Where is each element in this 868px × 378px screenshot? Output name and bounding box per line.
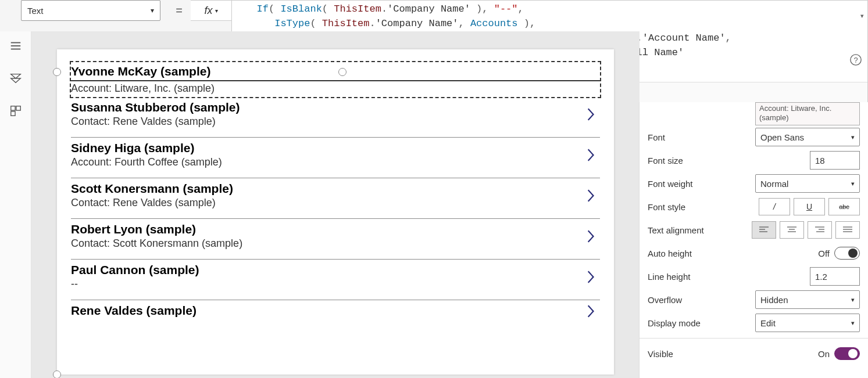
prop-row-displaymode: Display mode Edit▾: [648, 311, 860, 334]
visible-toggle[interactable]: [834, 347, 860, 360]
chevron-down-icon: ▾: [851, 319, 855, 327]
item-subtitle: Account: Litware, Inc. (sample): [71, 82, 600, 95]
prop-label: Overflow: [648, 295, 682, 305]
prop-label: Font weight: [648, 179, 693, 189]
tree-icon[interactable]: [9, 72, 22, 85]
align-right-button[interactable]: [808, 221, 832, 239]
item-subtitle: Account: Fourth Coffee (sample): [71, 156, 600, 168]
gallery-item[interactable]: Paul Cannon (sample)--: [57, 260, 614, 296]
gallery-item[interactable]: Sidney Higa (sample)Account: Fourth Coff…: [57, 138, 614, 174]
overflow-value: Hidden: [760, 295, 788, 305]
chevron-down-icon: ▾: [851, 180, 855, 188]
item-title: Paul Cannon (sample): [71, 263, 600, 277]
prop-row-align: Text alignment: [648, 218, 860, 242]
chevron-right-icon[interactable]: [586, 268, 596, 286]
chevron-right-icon[interactable]: [586, 146, 596, 164]
chevron-down-icon: ▾: [851, 134, 855, 141]
prop-label: Line height: [648, 272, 690, 282]
align-center-button[interactable]: [780, 221, 804, 239]
prop-row-text: Text Account: Litware, Inc. (sample): [648, 102, 860, 125]
properties-panel: Text Account: Litware, Inc. (sample) Fon…: [639, 102, 868, 378]
app-canvas[interactable]: Yvonne McKay (sample)Account: Litware, I…: [57, 49, 614, 375]
gallery-item[interactable]: Scott Konersmann (sample)Contact: Rene V…: [57, 178, 614, 215]
font-dropdown[interactable]: Open Sans▾: [755, 128, 860, 146]
chevron-down-icon[interactable]: ▾: [860, 12, 864, 20]
gallery-item[interactable]: Susanna Stubberod (sample)Contact: Rene …: [57, 97, 614, 134]
chevron-right-icon[interactable]: [586, 106, 596, 123]
prop-row-fontweight: Font weight Normal▾: [648, 172, 860, 195]
prop-label: Text alignment: [648, 225, 704, 235]
fx-label: fx: [204, 5, 212, 17]
gallery-item-selected[interactable]: Yvonne McKay (sample)Account: Litware, I…: [70, 61, 601, 98]
item-title: Yvonne McKay (sample): [71, 64, 600, 81]
underline-button[interactable]: U: [794, 198, 825, 215]
gallery-item[interactable]: Robert Lyon (sample)Contact: Scott Koner…: [57, 219, 614, 255]
chevron-down-icon: ▾: [151, 6, 154, 15]
svg-text:?: ?: [853, 56, 858, 64]
prop-row-autoheight: Auto height Off: [648, 242, 860, 265]
equals-sign: =: [167, 0, 191, 21]
prop-row-font: Font Open Sans▾: [648, 125, 860, 149]
fontstyle-buttons: / U abc: [759, 198, 860, 215]
autoheight-toggle[interactable]: [834, 247, 860, 260]
item-subtitle: Contact: Rene Valdes (sample): [71, 197, 600, 209]
strikethrough-button[interactable]: abc: [828, 198, 860, 215]
property-dropdown-label: Text: [27, 6, 44, 16]
prop-row-lineheight: Line height 1.2: [648, 265, 860, 288]
gallery-item[interactable]: Rene Valdes (sample): [57, 300, 614, 325]
lineheight-input[interactable]: 1.2: [810, 267, 860, 286]
svg-rect-12: [10, 106, 15, 110]
chevron-down-icon: ▾: [215, 8, 218, 14]
fontsize-input[interactable]: 18: [810, 151, 860, 170]
resize-handle[interactable]: [53, 370, 61, 378]
prop-label: Visible: [648, 349, 673, 359]
prop-label: Auto height: [648, 249, 692, 258]
prop-row-visible: Visible On: [648, 342, 860, 365]
hamburger-icon[interactable]: [9, 39, 22, 52]
text-preview-field[interactable]: Account: Litware, Inc. (sample): [755, 102, 860, 125]
resize-handle[interactable]: [53, 68, 61, 76]
chevron-right-icon[interactable]: [586, 303, 596, 320]
visible-value: On: [818, 349, 830, 359]
displaymode-value: Edit: [760, 318, 776, 328]
font-value: Open Sans: [760, 132, 804, 142]
prop-label: Display mode: [648, 318, 701, 328]
prop-label: Font: [648, 132, 665, 142]
prop-row-fontsize: Font size 18: [648, 149, 860, 172]
displaymode-dropdown[interactable]: Edit▾: [755, 314, 860, 332]
autoheight-value: Off: [818, 249, 830, 258]
prop-label: Font size: [648, 156, 683, 165]
prop-row-fontstyle: Font style / U abc: [648, 195, 860, 218]
left-sidebar: [0, 31, 31, 378]
fx-button[interactable]: fx ▾: [191, 0, 231, 21]
item-title: Susanna Stubberod (sample): [71, 100, 600, 114]
item-title: Scott Konersmann (sample): [71, 182, 600, 196]
chevron-right-icon[interactable]: [586, 187, 596, 204]
item-subtitle: Contact: Rene Valdes (sample): [71, 116, 600, 128]
chevron-right-icon[interactable]: [586, 228, 596, 245]
prop-label: Font style: [648, 202, 685, 212]
italic-button[interactable]: /: [759, 198, 790, 215]
fontweight-value: Normal: [760, 179, 788, 189]
align-justify-button[interactable]: [835, 221, 860, 239]
chevron-down-icon: ▾: [851, 296, 855, 304]
svg-rect-14: [10, 111, 15, 116]
svg-rect-13: [16, 106, 20, 110]
prop-row-overflow: Overflow Hidden▾: [648, 288, 860, 311]
help-icon[interactable]: ?: [849, 53, 862, 66]
components-icon[interactable]: [9, 105, 22, 117]
item-subtitle: Contact: Scott Konersmann (sample): [71, 237, 600, 250]
item-title: Robert Lyon (sample): [71, 222, 600, 236]
align-buttons: [752, 221, 860, 239]
overflow-dropdown[interactable]: Hidden▾: [755, 290, 860, 309]
item-subtitle: --: [71, 278, 600, 290]
align-left-button[interactable]: [752, 221, 776, 239]
item-title: Sidney Higa (sample): [71, 141, 600, 155]
property-dropdown[interactable]: Text ▾: [21, 0, 160, 21]
contact-gallery[interactable]: Yvonne McKay (sample)Account: Litware, I…: [57, 49, 614, 325]
formula-bar: Text ▾ = fx ▾ If( IsBlank( ThisItem.'Com…: [0, 0, 868, 31]
fontweight-dropdown[interactable]: Normal▾: [755, 174, 860, 193]
item-title: Rene Valdes (sample): [71, 304, 600, 318]
